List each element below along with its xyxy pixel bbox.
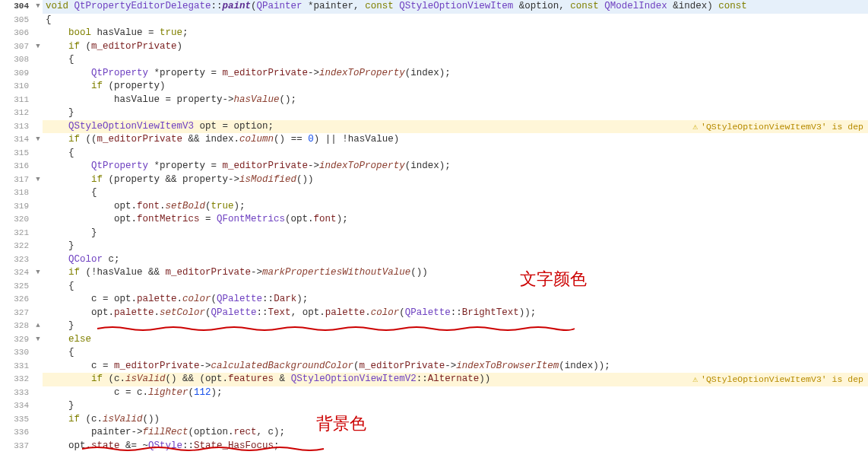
code-content[interactable]: painter->fillRect(option.rect, c);	[43, 426, 868, 440]
code-content[interactable]: opt.font.setBold(true);	[43, 200, 868, 214]
line-number: 312	[0, 107, 33, 120]
code-content[interactable]: }	[43, 107, 868, 120]
line-number: 306	[0, 27, 33, 40]
fold-icon	[33, 240, 43, 253]
warning-text: 'QStyleOptionViewItemV3' is dep	[701, 373, 863, 386]
fold-icon[interactable]: ▼	[33, 173, 43, 187]
code-editor[interactable]: 304▼void QtPropertyEditorDelegate::paint…	[0, 0, 868, 453]
code-content[interactable]: opt.fontMetrics = QFontMetrics(opt.font)…	[43, 213, 868, 227]
fold-icon[interactable]: ▼	[33, 266, 43, 280]
code-content[interactable]: {	[43, 186, 868, 200]
fold-icon	[33, 426, 43, 440]
code-line[interactable]: 306 bool hasValue = true;	[0, 27, 868, 40]
code-content[interactable]: }	[43, 399, 868, 413]
code-line[interactable]: 320 opt.fontMetrics = QFontMetrics(opt.f…	[0, 213, 868, 227]
code-content[interactable]: if (property)	[43, 80, 868, 94]
code-line[interactable]: 315 {	[0, 147, 868, 161]
code-content[interactable]: c = opt.palette.color(QPalette::Dark);	[43, 293, 868, 307]
code-line[interactable]: 316 QtProperty *property = m_editorPriva…	[0, 160, 868, 173]
fold-icon	[33, 399, 43, 413]
code-line[interactable]: 309 QtProperty *property = m_editorPriva…	[0, 67, 868, 81]
code-content[interactable]: if ((m_editorPrivate && index.column() =…	[43, 133, 868, 147]
code-line[interactable]: 317▼ if (property && property->isModifie…	[0, 173, 868, 187]
code-line[interactable]: 318 {	[0, 186, 868, 200]
fold-icon[interactable]: ▲	[33, 320, 43, 333]
code-content[interactable]: if (c.isValid())	[43, 413, 868, 427]
code-content[interactable]: c = c.lighter(112);	[43, 386, 868, 400]
fold-icon	[33, 280, 43, 294]
code-line[interactable]: 313 QStyleOptionViewItemV3 opt = option;…	[0, 120, 868, 134]
code-line[interactable]: 322 }	[0, 240, 868, 253]
code-line[interactable]: 319 opt.font.setBold(true);	[0, 200, 868, 214]
code-content[interactable]: {	[43, 147, 868, 161]
line-number: 304	[0, 0, 33, 14]
code-line[interactable]: 324▼ if (!hasValue && m_editorPrivate->m…	[0, 266, 868, 280]
code-line[interactable]: 307▼ if (m_editorPrivate)	[0, 40, 868, 54]
line-number: 305	[0, 14, 33, 27]
code-content[interactable]: c = m_editorPrivate->calculatedBackgroun…	[43, 360, 868, 374]
line-number: 326	[0, 293, 33, 307]
line-number: 308	[0, 53, 33, 67]
code-line[interactable]: 311 hasValue = property->hasValue();	[0, 94, 868, 107]
code-line[interactable]: 332 if (c.isValid() && (opt.features & Q…	[0, 373, 868, 386]
code-line[interactable]: 337 opt.state &= ~QStyle::State_HasFocus…	[0, 440, 868, 453]
code-line[interactable]: 304▼void QtPropertyEditorDelegate::paint…	[0, 0, 868, 14]
line-number: 329	[0, 333, 33, 347]
code-line[interactable]: 336 painter->fillRect(option.rect, c);	[0, 426, 868, 440]
code-line[interactable]: 335 if (c.isValid())	[0, 413, 868, 427]
code-content[interactable]: QtProperty *property = m_editorPrivate->…	[43, 160, 868, 173]
code-content[interactable]: if (property && property->isModified())	[43, 173, 868, 187]
code-content[interactable]: opt.palette.setColor(QPalette::Text, opt…	[43, 307, 868, 320]
code-content[interactable]: void QtPropertyEditorDelegate::paint(QPa…	[43, 0, 868, 14]
line-number: 327	[0, 307, 33, 320]
code-line[interactable]: 326 c = opt.palette.color(QPalette::Dark…	[0, 293, 868, 307]
code-content[interactable]: {	[43, 14, 868, 27]
fold-icon[interactable]: ▼	[33, 40, 43, 54]
code-content[interactable]: else	[43, 333, 868, 347]
code-line[interactable]: 305{	[0, 14, 868, 27]
fold-icon	[33, 80, 43, 94]
code-line[interactable]: 314▼ if ((m_editorPrivate && index.colum…	[0, 133, 868, 147]
code-content[interactable]: {	[43, 53, 868, 67]
code-line[interactable]: 312 }	[0, 107, 868, 120]
fold-icon	[33, 94, 43, 107]
fold-icon[interactable]: ▼	[33, 0, 43, 14]
code-content[interactable]: if (m_editorPrivate)	[43, 40, 868, 54]
fold-icon	[33, 213, 43, 227]
code-content[interactable]: opt.state &= ~QStyle::State_HasFocus;	[43, 440, 868, 453]
line-number: 332	[0, 373, 33, 386]
line-number: 309	[0, 67, 33, 81]
code-line[interactable]: 329▼ else	[0, 333, 868, 347]
warning-badge[interactable]: ⚠'QStyleOptionViewItemV3' is dep	[692, 120, 863, 134]
code-content[interactable]: if (!hasValue && m_editorPrivate->markPr…	[43, 266, 868, 280]
fold-icon	[33, 413, 43, 427]
code-line[interactable]: 310 if (property)	[0, 80, 868, 94]
code-line[interactable]: 321 }	[0, 227, 868, 240]
code-content[interactable]: }	[43, 227, 868, 240]
code-line[interactable]: 323 QColor c;	[0, 253, 868, 267]
code-content[interactable]: QtProperty *property = m_editorPrivate->…	[43, 67, 868, 81]
code-content[interactable]: QColor c;	[43, 253, 868, 267]
code-content[interactable]: {	[43, 346, 868, 360]
code-line[interactable]: 327 opt.palette.setColor(QPalette::Text,…	[0, 307, 868, 320]
code-line[interactable]: 325 {	[0, 280, 868, 294]
code-content[interactable]: {	[43, 280, 868, 294]
code-content[interactable]: bool hasValue = true;	[43, 27, 868, 40]
line-number: 307	[0, 40, 33, 54]
fold-icon	[33, 293, 43, 307]
code-line[interactable]: 334 }	[0, 399, 868, 413]
line-number: 313	[0, 120, 33, 134]
code-line[interactable]: 308 {	[0, 53, 868, 67]
code-line[interactable]: 328▲ }	[0, 320, 868, 333]
code-line[interactable]: 331 c = m_editorPrivate->calculatedBackg…	[0, 360, 868, 374]
code-content[interactable]: }	[43, 320, 868, 333]
code-line[interactable]: 330 {	[0, 346, 868, 360]
line-number: 331	[0, 360, 33, 374]
code-content[interactable]: }	[43, 240, 868, 253]
line-number: 324	[0, 266, 33, 280]
fold-icon[interactable]: ▼	[33, 133, 43, 147]
warning-badge[interactable]: ⚠'QStyleOptionViewItemV3' is dep	[692, 373, 863, 386]
code-line[interactable]: 333 c = c.lighter(112);	[0, 386, 868, 400]
fold-icon[interactable]: ▼	[33, 333, 43, 347]
code-content[interactable]: hasValue = property->hasValue();	[43, 94, 868, 107]
